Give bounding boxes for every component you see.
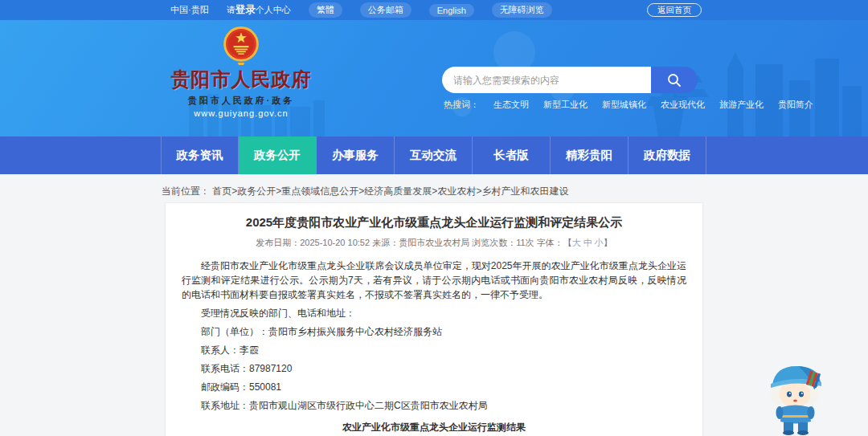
accessibility-link[interactable]: 无障碍浏览 [492, 2, 552, 18]
page: 中国·贵阳 请登录个人中心 繁體 公务邮箱 English 无障碍浏览 返回首页 [0, 0, 868, 436]
login-suffix: 个人中心 [256, 5, 291, 14]
search-icon [666, 72, 682, 88]
breadcrumb-path[interactable]: 首页>政务公开>重点领域信息公开>经济高质量发展>农业农村>乡村产业和农田建设 [212, 185, 568, 197]
nav-item-hudong-jiaoliu[interactable]: 互动交流 [395, 137, 473, 174]
login-bold: 登录 [235, 4, 256, 15]
article-card: 2025年度贵阳市农业产业化市级重点龙头企业运行监测和评定结果公示 发布日期：2… [165, 202, 703, 436]
nav-item-banshi-fuwu[interactable]: 办事服务 [317, 137, 395, 174]
main-nav: 政务资讯 政务公开 办事服务 互动交流 长者版 精彩贵阳 政府数据 [0, 137, 868, 174]
hot-word-3[interactable]: 新型城镇化 [602, 99, 646, 111]
english-link[interactable]: English [429, 4, 474, 17]
site-banner: 贵阳市人民政府 贵阳市人民政府·政务 www.guiyang.gov.cn 热搜… [0, 20, 868, 137]
breadcrumb-label: 当前位置： [162, 185, 210, 197]
view-count: 浏览次数：11次 [472, 238, 534, 247]
login-link[interactable]: 请登录个人中心 [227, 3, 291, 17]
hot-word-6[interactable]: 贵阳简介 [778, 99, 813, 111]
hot-search-words: 热搜词： 生态文明 新型工业化 新型城镇化 农业现代化 旅游产业化 贵阳简介 [444, 99, 813, 111]
font-size-large-button[interactable]: 大 [572, 238, 581, 247]
article-body: 经贵阳市农业产业化市级重点龙头企业联席会议成员单位审定，现对2025年开展的农业… [182, 259, 686, 413]
search-bar [442, 67, 698, 93]
hot-word-2[interactable]: 新型工业化 [543, 99, 588, 111]
publish-date: 发布日期：2025-10-20 10:52 [256, 238, 370, 247]
table-title: 农业产业化市级重点龙头企业运行监测结果 [182, 421, 686, 434]
nav-item-zhengwu-gongkai[interactable]: 政务公开 [239, 137, 317, 174]
font-size-medium-button[interactable]: 中 [583, 238, 592, 247]
hot-words-label: 热搜词： [444, 99, 479, 111]
article-source: 来源：贵阳市农业农村局 [372, 238, 469, 247]
site-subtitle: 贵阳市人民政府·政务 [161, 95, 321, 107]
mascot-character[interactable] [760, 359, 833, 436]
paragraph-address: 联系地址：贵阳市观山湖区市级行政中心二期C区贵阳市农业农村局 [182, 398, 686, 413]
cityscape-silhouette [0, 20, 868, 137]
article-title: 2025年度贵阳市农业产业化市级重点龙头企业运行监测和评定结果公示 [182, 214, 686, 230]
paragraph-phone: 联系电话：87987120 [182, 361, 686, 376]
font-size-label: 字体： [537, 238, 563, 247]
hot-word-4[interactable]: 农业现代化 [661, 99, 705, 111]
login-prefix: 请 [227, 5, 235, 14]
paragraph-announcement: 经贵阳市农业产业化市级重点龙头企业联席会议成员单位审定，现对2025年开展的农业… [182, 259, 686, 302]
nav-item-zhangzheban[interactable]: 长者版 [473, 137, 551, 174]
nav-item-zhengfu-shuju[interactable]: 政府数据 [628, 137, 706, 174]
breadcrumb: 当前位置： 首页>政务公开>重点领域信息公开>经济高质量发展>农业农村>乡村产业… [162, 185, 568, 198]
nav-item-jingcai-guiyang[interactable]: 精彩贵阳 [551, 137, 628, 174]
site-url: www.guiyang.gov.cn [161, 108, 321, 118]
search-button[interactable] [651, 67, 698, 93]
hot-word-1[interactable]: 生态文明 [493, 99, 529, 111]
nav-item-zhengwu-zixun[interactable]: 政务资讯 [161, 137, 239, 174]
search-input[interactable] [442, 67, 651, 93]
national-emblem-icon [223, 26, 259, 65]
site-title: 贵阳市人民政府 [161, 67, 321, 92]
bracket-open: 【 [563, 238, 572, 247]
official-mail-link[interactable]: 公务邮箱 [360, 2, 411, 18]
return-home-button[interactable]: 返回首页 [647, 3, 702, 17]
paragraph-postcode: 邮政编码：550081 [182, 380, 686, 394]
bracket-close: 】 [604, 238, 612, 247]
paragraph-department: 部门（单位）：贵阳市乡村振兴服务中心农村经济服务站 [182, 324, 686, 339]
region-link[interactable]: 中国·贵阳 [170, 4, 209, 16]
site-logo-block[interactable]: 贵阳市人民政府 贵阳市人民政府·政务 www.guiyang.gov.cn [161, 26, 321, 118]
top-utility-bar: 中国·贵阳 请登录个人中心 繁體 公务邮箱 English 无障碍浏览 返回首页 [0, 0, 868, 20]
hot-word-5[interactable]: 旅游产业化 [719, 99, 764, 111]
paragraph-contact-intro: 受理情况反映的部门、电话和地址： [182, 306, 686, 320]
font-size-small-button[interactable]: 小 [595, 238, 604, 247]
traditional-chinese-link[interactable]: 繁體 [309, 2, 342, 18]
article-meta: 发布日期：2025-10-20 10:52 来源：贵阳市农业农村局 浏览次数：1… [182, 237, 686, 249]
paragraph-contact-person: 联系人：李霞 [182, 343, 686, 357]
